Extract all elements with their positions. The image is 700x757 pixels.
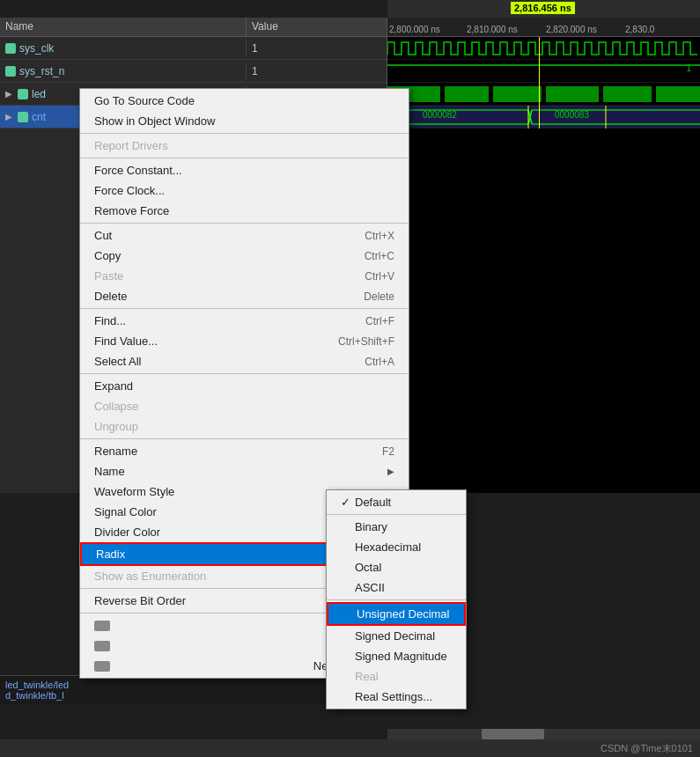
menu-copy-shortcut: Ctrl+C: [365, 250, 394, 262]
separator-4: [80, 308, 409, 309]
status-right: CSDN @Time末0101: [601, 742, 693, 755]
waveform-row-sysrstn: 1: [387, 60, 700, 83]
signal-row-sysclk[interactable]: sys_clk 1: [0, 37, 387, 60]
menu-cut[interactable]: Cut Ctrl+X: [80, 225, 409, 246]
time-label-1: 2,800.000 ns: [389, 25, 440, 34]
menu-ungroup: Ungroup: [80, 416, 409, 437]
menu-rename[interactable]: Rename F2: [80, 441, 409, 461]
signal-label-sysrstn: sys_rst_n: [19, 65, 64, 77]
submenu-binary-label: Binary: [355, 520, 387, 533]
menu-find-shortcut: Ctrl+F: [365, 315, 394, 327]
signal-header: Name Value: [0, 18, 387, 37]
menu-rename-shortcut: F2: [382, 445, 394, 458]
signal-name-sysclk: sys_clk: [0, 40, 247, 56]
menu-paste: Paste Ctrl+V: [80, 266, 409, 286]
bus-icon-led: [18, 89, 28, 99]
menu-force-clock[interactable]: Force Clock...: [80, 180, 409, 201]
submenu-unsigned-decimal[interactable]: Unsigned Decimal: [328, 604, 464, 624]
svg-rect-5: [603, 86, 652, 102]
clock-icon: [5, 43, 16, 54]
menu-find-value-shortcut: Ctrl+Shift+F: [338, 335, 394, 348]
menu-cut-shortcut: Ctrl+X: [365, 230, 394, 242]
expand-arrow-led: ▶: [5, 89, 12, 99]
menu-force-constant-label: Force Constant...: [94, 164, 182, 177]
time-label-4: 2,830.0: [625, 25, 654, 34]
timestamp-highlight: 2,816.456 ns: [511, 2, 575, 14]
menu-remove-force-label: Remove Force: [94, 204, 169, 217]
signal-value-sysclk: 1: [247, 40, 263, 56]
submenu-signed-decimal[interactable]: Signed Decimal: [327, 626, 466, 646]
hscrollbar[interactable]: [387, 729, 700, 739]
menu-waveform-style-label: Waveform Style: [94, 485, 174, 498]
new-virtual-bus-icon: [94, 661, 110, 672]
signal-label-led: led: [32, 88, 46, 100]
menu-goto-source[interactable]: Go To Source Code: [80, 91, 409, 111]
submenu-octal-label: Octal: [355, 561, 381, 574]
menu-report-drivers-label: Report Drivers: [94, 139, 168, 152]
menu-name-label: Name: [94, 465, 125, 478]
submenu-signed-mag-label: Signed Magnitude: [355, 650, 447, 663]
svg-rect-2: [445, 86, 489, 102]
menu-force-clock-label: Force Clock...: [94, 184, 165, 197]
waveform-row-sysclk: [387, 37, 700, 60]
signal-name-sysrstn: sys_rst_n: [0, 63, 247, 79]
menu-ungroup-label: Ungroup: [94, 420, 138, 433]
menu-remove-force[interactable]: Remove Force: [80, 201, 409, 221]
menu-show-as-enum-label: Show as Enumeration: [94, 570, 206, 583]
unsigned-wrapper: Unsigned Decimal: [327, 602, 466, 626]
waveform-display: 2,800.000 ns 2,810.000 ns 2,820.000 ns 2…: [387, 18, 700, 493]
menu-expand[interactable]: Expand: [80, 376, 409, 396]
signal-row-sysrstn[interactable]: sys_rst_n 1: [0, 60, 387, 83]
submenu-real: Real: [327, 666, 466, 687]
separator-2: [80, 158, 409, 158]
submenu-real-label: Real: [355, 670, 379, 683]
timestamp-bar: 2,816.456 ns: [387, 0, 700, 18]
menu-rename-label: Rename: [94, 445, 137, 458]
menu-name-arrow: ▶: [387, 467, 394, 476]
value-column-header: Value: [247, 18, 284, 36]
separator-5: [80, 373, 409, 374]
menu-select-all[interactable]: Select All Ctrl+A: [80, 351, 409, 371]
new-group-icon: [94, 621, 110, 631]
menu-goto-source-label: Go To Source Code: [94, 94, 195, 107]
menu-delete[interactable]: Delete Delete: [80, 286, 409, 306]
submenu-octal[interactable]: Octal: [327, 557, 466, 577]
submenu-default[interactable]: ✓ Default: [327, 492, 466, 512]
submenu-signed-magnitude[interactable]: Signed Magnitude: [327, 646, 466, 666]
submenu-real-settings[interactable]: Real Settings...: [327, 687, 466, 707]
led-wave-svg: [387, 83, 700, 106]
clock-icon-2: [5, 66, 16, 77]
time-label-2: 2,810.000 ns: [467, 25, 518, 34]
submenu-sep-2: [327, 599, 466, 600]
menu-paste-shortcut: Ctrl+V: [365, 270, 394, 283]
submenu-ascii[interactable]: ASCII: [327, 577, 466, 598]
menu-expand-label: Expand: [94, 379, 133, 393]
waveform-row-cnt: 0000082 0000083: [387, 106, 700, 129]
menu-select-all-shortcut: Ctrl+A: [365, 356, 394, 368]
cnt-value-right: 0000083: [555, 110, 589, 120]
clock-wave-svg: [387, 37, 700, 60]
svg-rect-3: [493, 86, 542, 102]
menu-show-in-object[interactable]: Show in Object Window: [80, 111, 409, 131]
cursor-line: [539, 37, 540, 129]
submenu-hexadecimal[interactable]: Hexadecimal: [327, 537, 466, 557]
submenu-binary[interactable]: Binary: [327, 517, 466, 537]
name-column-header: Name: [0, 18, 247, 36]
expand-arrow-cnt: ▶: [5, 112, 12, 121]
menu-copy[interactable]: Copy Ctrl+C: [80, 246, 409, 266]
menu-find-value[interactable]: Find Value... Ctrl+Shift+F: [80, 331, 409, 351]
menu-delete-shortcut: Delete: [364, 290, 394, 303]
svg-rect-6: [656, 86, 700, 102]
menu-name[interactable]: Name ▶: [80, 461, 409, 481]
menu-force-constant[interactable]: Force Constant...: [80, 160, 409, 180]
menu-signal-color-label: Signal Color: [94, 505, 157, 518]
menu-select-all-label: Select All: [94, 355, 141, 368]
new-divider-icon: [94, 641, 110, 651]
time-label-3: 2,820.000 ns: [546, 25, 597, 34]
hscroll-thumb[interactable]: [482, 729, 544, 739]
menu-find[interactable]: Find... Ctrl+F: [80, 311, 409, 331]
submenu-unsigned-label: Unsigned Decimal: [357, 607, 450, 621]
separator-6: [80, 438, 409, 439]
rst-wave-svg: [387, 60, 700, 83]
menu-collapse-label: Collapse: [94, 400, 139, 413]
